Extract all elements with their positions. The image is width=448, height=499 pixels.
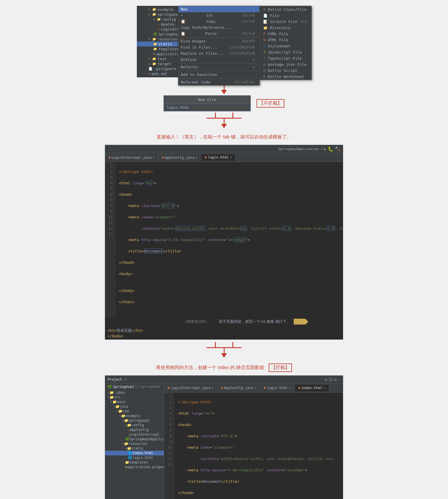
menu-item-favorites[interactable]: Add to Favorites bbox=[178, 72, 259, 78]
group-icon[interactable]: ⊞ bbox=[334, 377, 337, 382]
layout-icon[interactable]: ☰ bbox=[329, 377, 333, 382]
s-example[interactable]: ▾ 📁 example bbox=[105, 414, 164, 418]
menu-item-paste[interactable]: 📋 Paste Ctrl+V bbox=[178, 31, 259, 37]
new-file-dialog: New File bbox=[164, 95, 251, 111]
html-dot bbox=[298, 387, 300, 389]
s-main[interactable]: ▾ 📁 main bbox=[105, 400, 164, 404]
folder-icon: 📁 bbox=[153, 42, 157, 46]
separator bbox=[178, 63, 259, 63]
tab-loginintercept[interactable]: LoginIntercept.java × bbox=[105, 154, 159, 161]
submenu-fxml[interactable]: F FXML File bbox=[260, 31, 311, 37]
ide-tab-bar: LoginIntercept.java × AppConfig.java × l… bbox=[164, 384, 343, 393]
close-icon[interactable]: × bbox=[212, 386, 214, 390]
folder-icon: ▾ 📁 bbox=[148, 37, 156, 41]
s-resources2[interactable]: ▾ 📁 resources bbox=[105, 441, 164, 446]
folder-icon2: 📁 bbox=[110, 391, 114, 395]
submenu-kotlinscript[interactable]: K Kotlin Script bbox=[260, 67, 311, 74]
arrow-head bbox=[305, 319, 308, 325]
submenu-html[interactable]: H HTML File bbox=[260, 37, 311, 43]
menu-item-replaceinfiles[interactable]: Replace in Files... Ctrl+Shift+R bbox=[178, 50, 259, 56]
s-loginintercept2[interactable]: ☕ LoginIntercept bbox=[105, 432, 164, 437]
menu-item-findinfiles[interactable]: Find in Files... Ctrl+Shift+F bbox=[178, 44, 259, 50]
menu-item-findusages[interactable]: Find Usages Alt+F7 bbox=[178, 38, 259, 44]
folder-icon: ▾ bbox=[125, 423, 127, 427]
settings-icon[interactable]: ⚙ bbox=[325, 377, 327, 382]
js-icon: J bbox=[263, 50, 265, 54]
ide-tab-loginhtml[interactable]: login.html × bbox=[260, 385, 295, 391]
submenu-arrow: ▸ bbox=[253, 7, 255, 11]
folder-icon2: 📁 bbox=[124, 442, 128, 446]
ide-container: Project ▾ ⚙ ☰ ⊞ – 🌿 SpringAop2 G:\Spring… bbox=[105, 375, 343, 499]
s-templates2[interactable]: 📁 templates bbox=[105, 460, 164, 465]
submenu-directory[interactable]: 📁 Directory bbox=[260, 25, 311, 31]
s-com[interactable]: ▾ 📁 com bbox=[105, 409, 164, 414]
html-dot bbox=[205, 156, 207, 158]
menu-item-reformat[interactable]: Reformat Code Ctrl+Alt+L bbox=[178, 79, 259, 85]
ide-tab-loginintercept[interactable]: LoginIntercept.java × bbox=[164, 385, 218, 391]
close-icon[interactable]: × bbox=[323, 386, 325, 390]
menu-item-analyze[interactable]: Analyze ▸ bbox=[178, 56, 259, 63]
debug-icon[interactable]: 🐛 bbox=[328, 146, 334, 152]
new-file-input[interactable] bbox=[164, 104, 250, 111]
ts-icon: T bbox=[263, 56, 265, 60]
s-idea[interactable]: ▸ 📁 .idea bbox=[105, 390, 164, 395]
s-appconfig2[interactable]: ☕ AppConfig bbox=[105, 427, 164, 432]
menu-item-copy[interactable]: 📋 Copy Ctrl+C bbox=[178, 18, 259, 24]
close-icon[interactable]: × bbox=[255, 386, 257, 390]
folder-icon2: 📁 bbox=[115, 404, 120, 409]
options-icon[interactable]: – bbox=[338, 377, 341, 382]
submenu-js[interactable]: J JavaScript File bbox=[260, 49, 311, 55]
submenu-file[interactable]: 📄 File bbox=[260, 13, 311, 19]
ide-tab-indexhtml[interactable]: index.html × bbox=[295, 385, 329, 391]
code-area: 12345678910111213 <!doctype html> <html … bbox=[105, 162, 343, 318]
s-indexhtml[interactable]: 🌐 index.html bbox=[105, 451, 164, 455]
s-java[interactable]: ▾ 📁 java bbox=[105, 404, 164, 409]
kotlinworksheet-icon: K bbox=[263, 75, 265, 79]
separator bbox=[178, 78, 259, 79]
s-loginhtml2[interactable]: 🌐 login.html bbox=[105, 455, 164, 460]
toolbar-icons: SpringAop2Application ▾ ▶ 🐛 🔨 bbox=[278, 146, 341, 152]
menu-item-refactor[interactable]: Refactor ▸ bbox=[178, 64, 259, 70]
menu-item-new[interactable]: New ▸ bbox=[178, 6, 259, 12]
close-icon[interactable]: × bbox=[230, 155, 232, 159]
close-icon[interactable]: × bbox=[196, 156, 198, 160]
s-config2[interactable]: ▾ 📁 config bbox=[105, 423, 164, 427]
menu-item-copypath[interactable]: Copy Path/Reference... bbox=[178, 24, 259, 31]
tab-login-html[interactable]: login.html × bbox=[201, 154, 236, 161]
submenu-kotlinworksheet[interactable]: K Kotlin Worksheet bbox=[260, 74, 311, 80]
submenu-scratch[interactable]: 📝 Scratch File Ctrl bbox=[260, 19, 311, 25]
close-icon[interactable]: × bbox=[289, 386, 291, 390]
props-icon: ⚙ bbox=[153, 52, 155, 56]
spring-icon2: 🌿 bbox=[125, 437, 129, 441]
build-icon[interactable]: 🔨 bbox=[335, 146, 341, 152]
submenu-packagejson[interactable]: p package.json File bbox=[260, 61, 311, 67]
close-icon[interactable]: × bbox=[153, 156, 155, 160]
folder-icon: ▾ bbox=[119, 414, 121, 418]
file-icon: 📄 bbox=[263, 14, 268, 18]
s-appprops2[interactable]: ⚙ application.properties bbox=[105, 465, 164, 469]
directory-icon: 📁 bbox=[263, 26, 268, 30]
ide-tab-appconfig[interactable]: AppConfig.java × bbox=[218, 385, 260, 391]
tab-appconfig[interactable]: AppConfig.java × bbox=[159, 154, 201, 161]
folder-icon2: 📁 bbox=[118, 409, 123, 413]
ide-line-numbers: 12345678910111213 bbox=[164, 393, 174, 499]
s-springaop2[interactable]: ▾ 📁 springaop2 bbox=[105, 418, 164, 423]
menu-item-cut[interactable]: ✂ Cut Ctrl+X bbox=[178, 12, 259, 18]
s-static2[interactable]: ▾ 📁 static bbox=[105, 446, 164, 451]
tab-bar: LoginIntercept.java × AppConfig.java × l… bbox=[105, 153, 343, 162]
s-springapp2[interactable]: 🌿 SpringAop2Application bbox=[105, 437, 164, 441]
instruction-text1: 直接输入！（英文），在敲一个 tab 键，就可以自动生成模板了。 bbox=[157, 134, 291, 140]
no-block-label: 【不拦截】 bbox=[257, 99, 284, 108]
s-src[interactable]: ▾ 📁 src bbox=[105, 395, 164, 400]
submenu-css[interactable]: S Stylesheet bbox=[260, 43, 311, 49]
ide-code-area: 12345678910111213 <!doctype html> <html … bbox=[164, 393, 343, 499]
project-header: 🌿 SpringAop2 G:\SpringAop2 bbox=[105, 384, 164, 390]
submenu-kotlin-class[interactable]: K Kotlin Class/File bbox=[260, 6, 311, 13]
separator bbox=[178, 71, 259, 71]
submenu-ts[interactable]: T TypeScript File bbox=[260, 55, 311, 61]
play-icon[interactable]: ▶ bbox=[324, 146, 327, 152]
line-numbers: 12345678910111213 bbox=[105, 162, 115, 318]
folder-icon: ▾ bbox=[113, 404, 115, 409]
code-content: <!doctype html> <html lang="en"> <head> … bbox=[115, 162, 343, 318]
folder-icon: ▾ bbox=[116, 409, 118, 413]
